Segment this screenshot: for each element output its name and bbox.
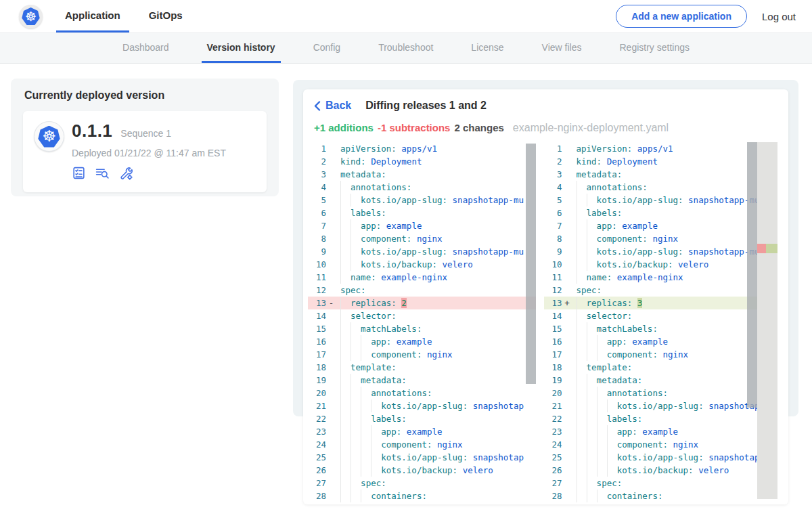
diff-line-left-5[interactable]: 5 kots.io/app-slug: snapshotapp-mu <box>308 194 536 207</box>
helm-wheel-glyph: ☸ <box>25 10 37 23</box>
diff-line-right-18[interactable]: 18 template: <box>544 361 758 374</box>
diff-line-right-5[interactable]: 5 kots.io/app-slug: snapshotapp-mu <box>544 194 758 207</box>
diff-line-left-9[interactable]: 9 kots.io/app-slug: snapshotapp-mu <box>308 245 536 258</box>
code-text: annotations: <box>336 387 536 399</box>
preflight-checks-icon[interactable] <box>72 166 86 180</box>
code-text: kots.io/app-slug: snapshotap <box>572 451 758 464</box>
subnav-tab-view-files[interactable]: View files <box>537 33 587 63</box>
diff-marker <box>562 412 572 425</box>
diff-line-right-11[interactable]: 11 name: example-nginx <box>544 271 758 284</box>
code-text: labels: <box>336 412 536 425</box>
diff-line-right-15[interactable]: 15 matchLabels: <box>544 322 758 335</box>
line-number: 3 <box>308 168 326 181</box>
line-number: 20 <box>544 387 562 399</box>
diff-line-left-19[interactable]: 19 metadata: <box>308 374 536 387</box>
diff-line-right-10[interactable]: 10 kots.io/backup: velero <box>544 258 758 271</box>
diff-line-left-24[interactable]: 24 component: nginx <box>308 438 536 451</box>
diff-line-left-20[interactable]: 20 annotations: <box>308 387 536 399</box>
diff-marker <box>562 142 572 155</box>
diff-overview-ruler[interactable] <box>757 142 777 499</box>
diff-line-right-26[interactable]: 26 kots.io/backup: velero <box>544 464 758 477</box>
line-number: 14 <box>308 309 326 322</box>
header-tab-gitops[interactable]: GitOps <box>140 0 191 32</box>
diff-line-left-21[interactable]: 21 kots.io/app-slug: snapshotap <box>308 399 536 412</box>
diff-line-right-17[interactable]: 17 component: nginx <box>544 348 758 361</box>
diff-line-right-27[interactable]: 27 spec: <box>544 477 758 490</box>
line-number: 2 <box>308 155 326 168</box>
code-text: selector: <box>572 309 758 322</box>
diff-line-left-10[interactable]: 10 kots.io/backup: velero <box>308 258 536 271</box>
diff-line-right-13[interactable]: 13+ replicas: 3 <box>544 297 758 309</box>
code-text: kots.io/app-slug: snapshotapp-mu <box>572 245 758 258</box>
diff-line-left-23[interactable]: 23 app: example <box>308 425 536 438</box>
diff-line-right-21[interactable]: 21 kots.io/app-slug: snapshotap <box>544 399 758 412</box>
header-tab-application[interactable]: Application <box>56 0 129 32</box>
diff-line-left-25[interactable]: 25 kots.io/app-slug: snapshotap <box>308 451 536 464</box>
left-pane-scrollbar[interactable] <box>526 144 536 384</box>
back-button[interactable]: Back <box>314 100 351 112</box>
diff-marker <box>326 425 336 438</box>
subnav-tab-license[interactable]: License <box>466 33 509 63</box>
code-text: annotations: <box>336 181 536 194</box>
add-new-application-button[interactable]: Add a new application <box>616 5 747 28</box>
subnav-tab-version-history[interactable]: Version history <box>202 33 281 63</box>
diff-line-right-19[interactable]: 19 metadata: <box>544 374 758 387</box>
diff-line-left-12[interactable]: 12spec: <box>308 284 536 297</box>
logout-link[interactable]: Log out <box>762 11 796 22</box>
subnav-tab-dashboard[interactable]: Dashboard <box>117 33 175 63</box>
diff-line-left-22[interactable]: 22 labels: <box>308 412 536 425</box>
diff-line-right-6[interactable]: 6 labels: <box>544 207 758 219</box>
diff-line-left-8[interactable]: 8 component: nginx <box>308 232 536 245</box>
line-number: 28 <box>544 490 562 502</box>
diff-line-left-3[interactable]: 3metadata: <box>308 168 536 181</box>
diff-marker <box>562 348 572 361</box>
diff-line-right-24[interactable]: 24 component: nginx <box>544 438 758 451</box>
diff-line-left-27[interactable]: 27 spec: <box>308 477 536 490</box>
right-pane-scrollbar[interactable] <box>747 142 757 408</box>
diff-marker <box>326 245 336 258</box>
diff-line-right-2[interactable]: 2kind: Deployment <box>544 155 758 168</box>
diff-line-left-17[interactable]: 17 component: nginx <box>308 348 536 361</box>
diff-line-right-7[interactable]: 7 app: example <box>544 219 758 232</box>
kubernetes-logo-icon: ☸ <box>19 5 43 28</box>
diff-line-left-11[interactable]: 11 name: example-nginx <box>308 271 536 284</box>
diff-line-right-14[interactable]: 14 selector: <box>544 309 758 322</box>
diff-line-right-23[interactable]: 23 app: example <box>544 425 758 438</box>
diff-line-left-28[interactable]: 28 containers: <box>308 490 536 502</box>
diff-line-right-9[interactable]: 9 kots.io/app-slug: snapshotapp-mu <box>544 245 758 258</box>
diff-line-left-4[interactable]: 4 annotations: <box>308 181 536 194</box>
diff-marker <box>562 168 572 181</box>
diff-line-right-25[interactable]: 25 kots.io/app-slug: snapshotap <box>544 451 758 464</box>
code-text: spec: <box>572 284 758 297</box>
diff-line-left-15[interactable]: 15 matchLabels: <box>308 322 536 335</box>
diff-marker <box>326 374 336 387</box>
code-text: containers: <box>572 490 758 502</box>
diff-line-right-16[interactable]: 16 app: example <box>544 335 758 348</box>
diff-line-left-7[interactable]: 7 app: example <box>308 219 536 232</box>
diff-line-right-12[interactable]: 12spec: <box>544 284 758 297</box>
diff-line-left-16[interactable]: 16 app: example <box>308 335 536 348</box>
diff-line-right-28[interactable]: 28 containers: <box>544 490 758 502</box>
diff-line-left-13[interactable]: 13- replicas: 2 <box>308 297 536 309</box>
diff-line-left-1[interactable]: 1apiVersion: apps/v1 <box>308 142 536 155</box>
diff-line-right-1[interactable]: 1apiVersion: apps/v1 <box>544 142 758 155</box>
diff-line-right-20[interactable]: 20 annotations: <box>544 387 758 399</box>
diff-line-left-14[interactable]: 14 selector: <box>308 309 536 322</box>
diff-editors: 1apiVersion: apps/v12kind: Deployment3me… <box>308 142 777 504</box>
diff-line-left-18[interactable]: 18 template: <box>308 361 536 374</box>
diff-line-right-8[interactable]: 8 component: nginx <box>544 232 758 245</box>
diff-line-right-3[interactable]: 3metadata: <box>544 168 758 181</box>
subnav-tab-registry-settings[interactable]: Registry settings <box>614 33 695 63</box>
diff-marker <box>562 425 572 438</box>
diff-line-left-2[interactable]: 2kind: Deployment <box>308 155 536 168</box>
line-number: 20 <box>308 387 326 399</box>
subnav-tab-troubleshoot[interactable]: Troubleshoot <box>373 33 438 63</box>
subnav-tab-config[interactable]: Config <box>308 33 346 63</box>
diff-line-left-6[interactable]: 6 labels: <box>308 207 536 219</box>
diff-marker <box>326 219 336 232</box>
diff-line-right-4[interactable]: 4 annotations: <box>544 181 758 194</box>
edit-config-icon[interactable] <box>118 166 133 180</box>
diff-line-left-26[interactable]: 26 kots.io/backup: velero <box>308 464 536 477</box>
deploy-logs-icon[interactable] <box>95 166 110 180</box>
diff-line-right-22[interactable]: 22 labels: <box>544 412 758 425</box>
